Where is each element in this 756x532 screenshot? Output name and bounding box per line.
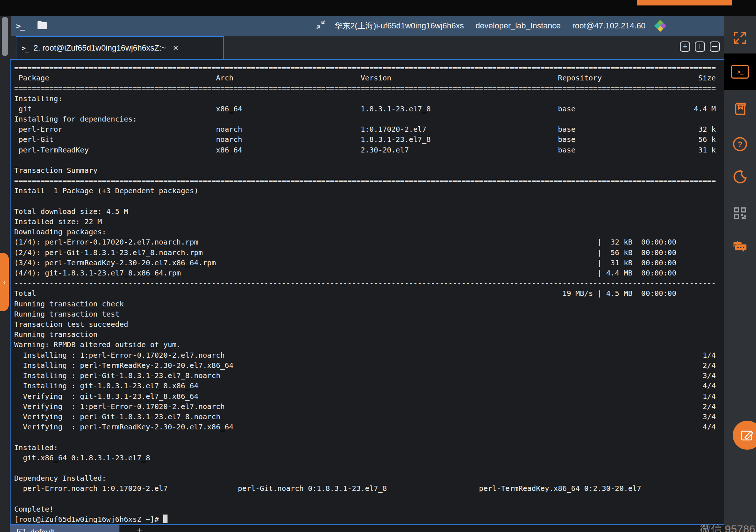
sidebar-item-help[interactable]: ? [724, 136, 756, 152]
session-tab-default[interactable]: default [10, 525, 119, 532]
orange-accent-bar [637, 0, 732, 5]
region-instance-id: 华东2(上海)i-uf65d1w0ing16wj6h6xs [334, 20, 464, 31]
shell-prompt: [root@iZuf65d1w0ing16wj6h6xsZ ~]# [14, 515, 163, 524]
user-host: root@47.102.214.60 [572, 21, 645, 31]
sidebar-item-theme[interactable] [724, 168, 756, 186]
split-vertical-icon [697, 44, 702, 49]
sidebar-item-chat-assistant[interactable] [724, 239, 756, 255]
moon-icon [732, 169, 748, 186]
expand-arrows-icon [733, 31, 747, 45]
sidebar-item-docs[interactable] [724, 100, 756, 116]
qr-code-icon [732, 206, 748, 221]
terminal-prompt-line: [root@iZuf65d1w0ing16wj6h6xsZ ~]# [14, 514, 724, 524]
terminal-prompt-icon[interactable]: >_ [16, 21, 24, 31]
add-session-button[interactable]: + [137, 525, 142, 532]
session-tab-label: default [30, 528, 54, 532]
terminal-pane[interactable]: ========================================… [10, 59, 725, 525]
workbench-terminal-window: >_ 华东2(上海)i-uf65d1w0ing16wj6h6xs develop… [0, 0, 756, 532]
split-vertical-button[interactable] [695, 41, 705, 52]
terminal-output: ========================================… [14, 63, 724, 514]
terminal-tab-bar: >_ 2. root@iZuf65d1w0ing16wj6h6xsZ:~ ✕ + [11, 36, 724, 59]
file-manager-folder-icon[interactable] [37, 20, 48, 31]
left-panel-collapse-handle[interactable]: ‹ [0, 253, 9, 311]
tab-terminal-icon: >_ [21, 44, 28, 52]
header-left-tools: >_ [16, 16, 48, 36]
fullscreen-expand-button[interactable] [724, 27, 756, 49]
terminal-icon: >_ [731, 65, 749, 79]
watermark-text: 微信 957863300 [700, 522, 756, 532]
help-circle-icon: ? [732, 136, 748, 152]
header-bar: >_ 华东2(上海)i-uf65d1w0ing16wj6h6xs develop… [11, 16, 724, 36]
tab-bar-buttons: + [680, 41, 720, 52]
header-title-group: 华东2(上海)i-uf65d1w0ing16wj6h6xs developer_… [316, 16, 666, 36]
plus-icon: + [682, 43, 688, 50]
terminal-cursor [163, 515, 168, 523]
tab-close-icon[interactable]: ✕ [173, 44, 179, 52]
right-sidebar: >_ ? [724, 16, 756, 532]
svg-text:?: ? [737, 140, 742, 149]
session-terminal-icon [17, 529, 25, 532]
sidebar-item-qr-code[interactable] [724, 205, 756, 222]
workbench-color-icon [655, 20, 666, 31]
new-tab-button[interactable]: + [680, 41, 690, 52]
chat-bubbles-icon [732, 239, 748, 254]
bottom-session-bar: default + [10, 525, 725, 532]
edit-pencil-icon [740, 429, 755, 442]
sidebar-item-terminal-active[interactable]: >_ [724, 53, 756, 90]
tab-label: 2. root@iZuf65d1w0ing16wj6h6xsZ:~ [34, 43, 166, 53]
tab-active-session[interactable]: >_ 2. root@iZuf65d1w0ing16wj6h6xsZ:~ ✕ [16, 36, 224, 59]
manual-book-icon [732, 101, 748, 116]
instance-name: developer_lab_Instance [476, 21, 561, 31]
compress-icon[interactable] [316, 20, 326, 32]
feedback-edit-fab[interactable] [733, 421, 756, 450]
chevron-left-icon: ‹ [3, 278, 6, 286]
top-strip [0, 0, 756, 16]
split-horizontal-button[interactable] [710, 41, 720, 52]
left-panel-scroll-pill[interactable] [2, 17, 8, 56]
split-horizontal-icon [712, 44, 717, 49]
